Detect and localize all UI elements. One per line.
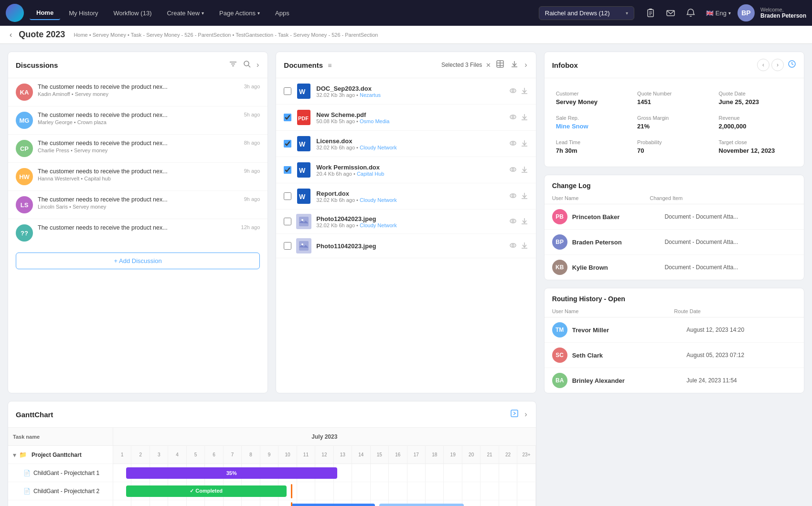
- word-doc-icon: W: [296, 161, 311, 179]
- documents-expand-icon[interactable]: ›: [524, 60, 528, 70]
- doc-download-icon[interactable]: [521, 139, 528, 148]
- doc-download-icon[interactable]: [521, 113, 528, 122]
- doc-source-link[interactable]: Osmo Media: [360, 118, 389, 124]
- gantt-bar: [379, 504, 464, 506]
- doc-view-icon[interactable]: [509, 217, 517, 226]
- infobox-history-icon[interactable]: [788, 60, 796, 70]
- infobox-title: Infobox: [552, 61, 751, 69]
- nav-workflow[interactable]: Workflow (13): [107, 7, 159, 20]
- discussion-item[interactable]: MG The customer needs to receive the pro…: [8, 106, 267, 135]
- infobox-grid: Customer Servey Money Quote Number 1451 …: [545, 78, 804, 167]
- doc-view-icon[interactable]: [509, 139, 517, 148]
- doc-download-icon[interactable]: [521, 166, 528, 175]
- doc-download-icon[interactable]: [521, 192, 528, 201]
- gantt-task-cell: 📄ChildGant - Projectchart 3: [8, 502, 104, 506]
- nav-page-actions[interactable]: Page Actions ▾: [213, 7, 267, 20]
- user-avatar[interactable]: BP: [737, 4, 755, 21]
- gross-margin-field: Gross Margin 21%: [633, 110, 715, 135]
- nav-home[interactable]: Home: [30, 6, 60, 20]
- doc-source-link[interactable]: Cloudy Network: [360, 222, 397, 228]
- folder-icon: 📁: [19, 451, 27, 458]
- right-column: Infobox ‹ › Customer Servey Money Quote …: [544, 52, 804, 393]
- discussion-item[interactable]: LS The customer needs to receive the pro…: [8, 191, 267, 219]
- discussion-time: 8h ago: [241, 140, 260, 146]
- discussion-item[interactable]: CP The customer needs to receive the pro…: [8, 135, 267, 163]
- gantt-nav-icon[interactable]: ›: [524, 409, 528, 420]
- doc-view-icon[interactable]: [509, 113, 517, 122]
- svg-point-50: [510, 219, 516, 223]
- nav-my-history[interactable]: My History: [62, 7, 105, 20]
- nav-apps[interactable]: Apps: [268, 7, 296, 20]
- infobox-header: Infobox ‹ ›: [545, 52, 804, 78]
- discussion-avatar: HW: [16, 168, 33, 185]
- nav-create-new[interactable]: Create New ▾: [160, 7, 211, 20]
- img-doc-icon: [296, 214, 311, 229]
- clear-selection-icon[interactable]: ✕: [486, 62, 491, 69]
- doc-checkbox[interactable]: [284, 166, 291, 174]
- routing-title: Routing History - Open: [545, 288, 804, 306]
- gantt-day-cell: 2: [131, 446, 150, 464]
- doc-actions: [509, 87, 528, 96]
- routing-date: August 05, 2023 07:12: [686, 352, 796, 358]
- gantt-task-cell: ▾📁Project Ganttchart: [8, 447, 86, 463]
- doc-download-icon[interactable]: [521, 87, 528, 96]
- doc-view-icon[interactable]: [509, 192, 517, 201]
- doc-download-icon[interactable]: [521, 217, 528, 226]
- sale-rep-field: Sale Rep. Mine Snow: [552, 110, 633, 135]
- discussions-expand-icon[interactable]: ›: [256, 60, 260, 70]
- discussion-meta: Lincoln Saris • Servey money: [38, 204, 236, 210]
- doc-view-icon[interactable]: [509, 166, 517, 175]
- doc-checkbox[interactable]: [284, 114, 291, 121]
- language-selector[interactable]: 🇬🇧 Eng ▾: [702, 8, 735, 19]
- doc-source-link[interactable]: Nezartus: [360, 92, 381, 98]
- discussion-time: 3h ago: [241, 84, 260, 89]
- changelog-changed-item: Document - Document Atta...: [664, 264, 796, 271]
- svg-text:W: W: [299, 140, 306, 148]
- discussion-item[interactable]: HW The customer needs to receive the pro…: [8, 163, 267, 191]
- gantt-day-cell: 8: [242, 446, 260, 464]
- doc-view-icon[interactable]: [509, 242, 517, 251]
- discussion-item[interactable]: ?? The customer needs to receive the pro…: [8, 219, 267, 247]
- gantt-task-cell: 📄ChildGant - Projectchart 2: [8, 484, 104, 499]
- doc-checkbox[interactable]: [284, 218, 291, 225]
- discussion-message: The customer needs to receive the produc…: [38, 196, 236, 203]
- discussion-content: The customer needs to receive the produc…: [38, 112, 236, 125]
- discussions-list: KA The customer needs to receive the pro…: [8, 78, 267, 247]
- infobox-back-btn[interactable]: ‹: [757, 59, 769, 71]
- routing-item: TM Trevor Miller August 12, 2023 14:20: [545, 317, 804, 343]
- add-discussion-button[interactable]: + Add Discussion: [16, 253, 260, 269]
- breadcrumb-back-btn[interactable]: ‹: [10, 31, 12, 39]
- doc-checkbox[interactable]: [284, 140, 291, 148]
- discussion-time: 9h ago: [241, 168, 260, 174]
- workspace-caret-icon: ▾: [626, 11, 628, 16]
- changelog-avatar: PB: [552, 209, 567, 224]
- discussion-item[interactable]: KA The customer needs to receive the pro…: [8, 78, 267, 106]
- doc-checkbox[interactable]: [284, 87, 291, 95]
- gantt-bar: 35%: [126, 467, 337, 479]
- doc-checkbox[interactable]: [284, 242, 291, 250]
- file-icon: 📄: [23, 488, 31, 495]
- doc-source-link[interactable]: Cloudy Network: [360, 145, 397, 150]
- doc-source-link[interactable]: Cloudy Network: [360, 197, 397, 203]
- doc-download-icon[interactable]: [521, 242, 528, 251]
- bell-icon-btn[interactable]: [682, 4, 699, 21]
- routing-panel: Routing History - Open User Name Route D…: [544, 288, 804, 393]
- discussions-filter-icon[interactable]: [228, 59, 238, 71]
- discussions-search-icon[interactable]: [242, 59, 252, 71]
- mail-icon-btn[interactable]: [662, 4, 679, 21]
- infobox-forward-btn[interactable]: ›: [771, 59, 784, 71]
- doc-checkbox[interactable]: [284, 192, 291, 200]
- discussion-avatar: KA: [16, 84, 33, 101]
- gantt-expand-icon[interactable]: [509, 408, 520, 421]
- documents-table-icon[interactable]: [495, 59, 505, 71]
- gantt-day-cell: 14: [352, 446, 370, 464]
- documents-download-icon[interactable]: [509, 59, 520, 71]
- sale-rep-link[interactable]: Mine Snow: [556, 123, 588, 130]
- doc-source-link[interactable]: Capital Hub: [357, 171, 384, 177]
- clipboard-icon-btn[interactable]: [642, 4, 659, 21]
- doc-view-icon[interactable]: [509, 87, 517, 96]
- workspace-selector[interactable]: Raichel and Drews (12) ▾: [539, 6, 634, 20]
- doc-name: Report.dox: [316, 190, 504, 197]
- expand-icon[interactable]: ▾: [13, 451, 16, 459]
- discussion-avatar: CP: [16, 140, 33, 157]
